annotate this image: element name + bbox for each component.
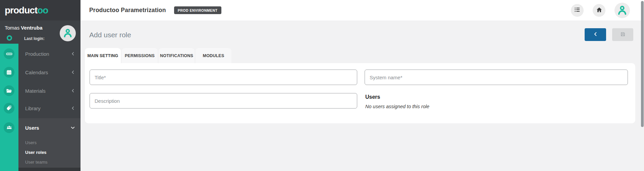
tab-permissions[interactable]: PERMISSIONS bbox=[122, 48, 158, 63]
chevron-left-icon bbox=[71, 89, 75, 93]
sidebar-item-calendars[interactable]: Calendars bbox=[0, 63, 80, 81]
sidebar-subitem-users[interactable]: Users bbox=[0, 137, 80, 147]
tab-bar: MAIN SETTING PERMISSIONS NOTIFICATIONS M… bbox=[85, 48, 231, 63]
calendar-icon bbox=[4, 67, 14, 78]
list-icon bbox=[574, 6, 581, 14]
vertical-scrollbar-thumb[interactable] bbox=[641, 1, 644, 127]
sidebar-subitem-user-teams[interactable]: User teams bbox=[0, 157, 80, 167]
sidebar-footer-bar bbox=[18, 168, 80, 171]
user-name: Tomas Ventruba bbox=[5, 25, 43, 31]
avatar[interactable] bbox=[60, 25, 76, 41]
topbar-actions bbox=[571, 3, 630, 18]
chevron-left-icon bbox=[71, 52, 75, 56]
person-icon bbox=[63, 28, 73, 39]
conveyor-icon bbox=[4, 48, 14, 59]
logo-block[interactable]: productoo bbox=[0, 0, 80, 20]
last-login-label: Last login: bbox=[24, 36, 45, 41]
sidebar-item-users[interactable]: Users bbox=[0, 118, 80, 137]
home-button[interactable] bbox=[593, 4, 605, 17]
system-name-input[interactable] bbox=[365, 70, 628, 85]
title-input[interactable] bbox=[90, 70, 357, 85]
users-section-heading: Users bbox=[365, 94, 380, 100]
list-button[interactable] bbox=[571, 4, 584, 17]
sidebar: productoo Tomas Ventruba Last login: Pro… bbox=[0, 0, 80, 171]
tags-icon bbox=[4, 103, 14, 114]
online-status-icon bbox=[7, 35, 12, 41]
main-area: Productoo Parametrization PROD ENVIRONME… bbox=[80, 0, 644, 171]
folder-open-icon bbox=[4, 85, 14, 96]
users-empty-message: No users assigned to this role bbox=[365, 104, 429, 109]
save-button[interactable] bbox=[612, 28, 633, 41]
sidebar-item-production[interactable]: Production bbox=[0, 45, 80, 63]
profile-avatar-button[interactable] bbox=[614, 3, 630, 18]
chevron-left-icon bbox=[71, 106, 75, 111]
description-input[interactable] bbox=[90, 93, 357, 109]
page-title: Add user role bbox=[89, 31, 131, 39]
home-icon bbox=[596, 7, 602, 14]
sidebar-item-library[interactable]: Library bbox=[0, 99, 80, 117]
sidebar-user-block: Tomas Ventruba Last login: bbox=[0, 20, 80, 44]
chevron-left-icon bbox=[71, 70, 75, 75]
back-button[interactable] bbox=[585, 28, 606, 41]
productoo-logo: productoo bbox=[5, 5, 48, 16]
environment-badge: PROD ENVIRONMENT bbox=[174, 6, 221, 14]
tab-notifications[interactable]: NOTIFICATIONS bbox=[159, 48, 195, 63]
chevron-left-icon bbox=[593, 32, 598, 38]
person-icon bbox=[617, 4, 628, 16]
topbar: Productoo Parametrization PROD ENVIRONME… bbox=[80, 0, 644, 20]
app-title: Productoo Parametrization bbox=[89, 7, 166, 14]
tab-main-setting[interactable]: MAIN SETTING bbox=[85, 48, 121, 63]
tab-modules[interactable]: MODULES bbox=[196, 48, 231, 63]
users-group-icon bbox=[4, 122, 14, 133]
floppy-disk-icon bbox=[620, 32, 626, 38]
sidebar-subitem-user-roles[interactable]: User roles bbox=[0, 147, 80, 157]
sidebar-item-materials[interactable]: Materials bbox=[0, 82, 80, 100]
chevron-down-icon bbox=[70, 125, 75, 130]
main-setting-panel: Users No users assigned to this role bbox=[85, 63, 635, 123]
